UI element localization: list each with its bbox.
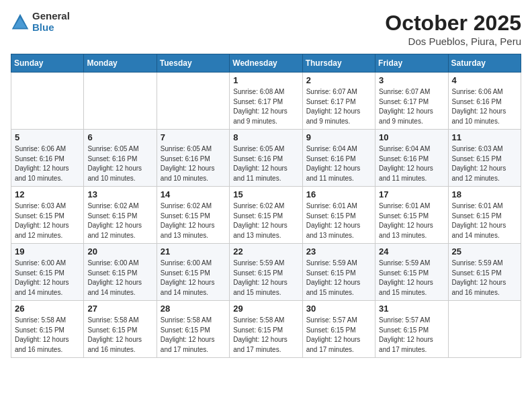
calendar-cell: 31Sunrise: 5:57 AM Sunset: 6:15 PM Dayli… — [375, 301, 448, 358]
calendar-cell: 3Sunrise: 6:07 AM Sunset: 6:17 PM Daylig… — [375, 73, 448, 130]
day-number: 21 — [161, 246, 226, 257]
calendar-cell — [157, 73, 229, 130]
location: Dos Pueblos, Piura, Peru — [385, 36, 521, 47]
calendar-cell: 5Sunrise: 6:06 AM Sunset: 6:16 PM Daylig… — [11, 130, 84, 187]
day-number: 3 — [379, 75, 444, 85]
calendar-cell: 16Sunrise: 6:01 AM Sunset: 6:15 PM Dayli… — [302, 187, 375, 244]
day-info: Sunrise: 6:00 AM Sunset: 6:15 PM Dayligh… — [161, 259, 226, 298]
day-number: 16 — [306, 189, 371, 199]
calendar-week-row: 26Sunrise: 5:58 AM Sunset: 6:15 PM Dayli… — [11, 301, 521, 358]
day-number: 9 — [306, 132, 371, 142]
day-number: 5 — [15, 132, 80, 142]
logo-line1: General — [32, 11, 70, 22]
calendar-week-row: 1Sunrise: 6:08 AM Sunset: 6:17 PM Daylig… — [11, 73, 521, 130]
day-info: Sunrise: 6:04 AM Sunset: 6:16 PM Dayligh… — [306, 144, 371, 183]
day-number: 10 — [379, 132, 444, 142]
day-number: 17 — [379, 189, 444, 199]
calendar-cell: 20Sunrise: 6:00 AM Sunset: 6:15 PM Dayli… — [84, 244, 157, 301]
day-info: Sunrise: 6:03 AM Sunset: 6:15 PM Dayligh… — [452, 144, 517, 183]
calendar-cell: 13Sunrise: 6:02 AM Sunset: 6:15 PM Dayli… — [84, 187, 157, 244]
calendar: SundayMondayTuesdayWednesdayThursdayFrid… — [11, 54, 521, 358]
weekday-header: Thursday — [302, 54, 375, 73]
calendar-cell: 21Sunrise: 6:00 AM Sunset: 6:15 PM Dayli… — [157, 244, 229, 301]
calendar-cell: 4Sunrise: 6:06 AM Sunset: 6:16 PM Daylig… — [448, 73, 521, 130]
header: General Blue October 2025 Dos Pueblos, P… — [11, 11, 521, 47]
day-info: Sunrise: 5:59 AM Sunset: 6:15 PM Dayligh… — [379, 259, 444, 298]
day-info: Sunrise: 5:58 AM Sunset: 6:15 PM Dayligh… — [161, 316, 226, 355]
day-info: Sunrise: 5:57 AM Sunset: 6:15 PM Dayligh… — [379, 316, 444, 355]
day-number: 13 — [87, 189, 152, 199]
day-number: 23 — [306, 246, 371, 257]
calendar-cell: 30Sunrise: 5:57 AM Sunset: 6:15 PM Dayli… — [302, 301, 375, 358]
logo: General Blue — [11, 11, 70, 33]
logo-icon — [11, 13, 30, 32]
day-number: 18 — [452, 189, 517, 199]
day-info: Sunrise: 6:02 AM Sunset: 6:15 PM Dayligh… — [87, 201, 152, 240]
day-info: Sunrise: 6:01 AM Sunset: 6:15 PM Dayligh… — [452, 201, 517, 240]
day-info: Sunrise: 6:04 AM Sunset: 6:16 PM Dayligh… — [379, 144, 444, 183]
calendar-cell: 8Sunrise: 6:05 AM Sunset: 6:16 PM Daylig… — [230, 130, 302, 187]
day-info: Sunrise: 6:07 AM Sunset: 6:17 PM Dayligh… — [379, 87, 444, 126]
day-number: 14 — [161, 189, 226, 199]
weekday-header: Tuesday — [157, 54, 229, 73]
calendar-cell: 10Sunrise: 6:04 AM Sunset: 6:16 PM Dayli… — [375, 130, 448, 187]
day-number: 15 — [233, 189, 298, 199]
calendar-week-row: 19Sunrise: 6:00 AM Sunset: 6:15 PM Dayli… — [11, 244, 521, 301]
day-info: Sunrise: 6:00 AM Sunset: 6:15 PM Dayligh… — [87, 259, 152, 298]
day-number: 1 — [233, 75, 298, 85]
weekday-header: Sunday — [11, 54, 84, 73]
day-info: Sunrise: 5:59 AM Sunset: 6:15 PM Dayligh… — [233, 259, 298, 298]
day-number: 8 — [233, 132, 298, 142]
logo-text: General Blue — [32, 11, 70, 33]
day-number: 11 — [452, 132, 517, 142]
day-info: Sunrise: 5:59 AM Sunset: 6:15 PM Dayligh… — [452, 259, 517, 298]
day-number: 24 — [379, 246, 444, 257]
day-info: Sunrise: 6:05 AM Sunset: 6:16 PM Dayligh… — [87, 144, 152, 183]
calendar-cell: 23Sunrise: 5:59 AM Sunset: 6:15 PM Dayli… — [302, 244, 375, 301]
calendar-cell: 26Sunrise: 5:58 AM Sunset: 6:15 PM Dayli… — [11, 301, 84, 358]
day-number: 7 — [161, 132, 226, 142]
day-number: 28 — [161, 304, 226, 314]
day-info: Sunrise: 6:03 AM Sunset: 6:15 PM Dayligh… — [15, 201, 80, 240]
logo-line2: Blue — [32, 22, 70, 34]
calendar-cell: 29Sunrise: 5:58 AM Sunset: 6:15 PM Dayli… — [230, 301, 302, 358]
day-number: 19 — [15, 246, 80, 257]
weekday-header-row: SundayMondayTuesdayWednesdayThursdayFrid… — [11, 54, 521, 73]
calendar-cell: 22Sunrise: 5:59 AM Sunset: 6:15 PM Dayli… — [230, 244, 302, 301]
day-info: Sunrise: 5:57 AM Sunset: 6:15 PM Dayligh… — [306, 316, 371, 355]
calendar-cell: 28Sunrise: 5:58 AM Sunset: 6:15 PM Dayli… — [157, 301, 229, 358]
calendar-cell: 19Sunrise: 6:00 AM Sunset: 6:15 PM Dayli… — [11, 244, 84, 301]
day-info: Sunrise: 6:05 AM Sunset: 6:16 PM Dayligh… — [233, 144, 298, 183]
day-info: Sunrise: 5:59 AM Sunset: 6:15 PM Dayligh… — [306, 259, 371, 298]
calendar-cell: 14Sunrise: 6:02 AM Sunset: 6:15 PM Dayli… — [157, 187, 229, 244]
calendar-cell: 17Sunrise: 6:01 AM Sunset: 6:15 PM Dayli… — [375, 187, 448, 244]
day-info: Sunrise: 6:01 AM Sunset: 6:15 PM Dayligh… — [379, 201, 444, 240]
day-number: 2 — [306, 75, 371, 85]
day-number: 27 — [87, 304, 152, 314]
day-info: Sunrise: 6:06 AM Sunset: 6:16 PM Dayligh… — [452, 87, 517, 126]
day-number: 31 — [379, 304, 444, 314]
day-number: 26 — [15, 304, 80, 314]
day-number: 4 — [452, 75, 517, 85]
calendar-week-row: 12Sunrise: 6:03 AM Sunset: 6:15 PM Dayli… — [11, 187, 521, 244]
day-info: Sunrise: 6:08 AM Sunset: 6:17 PM Dayligh… — [233, 87, 298, 126]
day-number: 12 — [15, 189, 80, 199]
day-number: 29 — [233, 304, 298, 314]
calendar-cell: 25Sunrise: 5:59 AM Sunset: 6:15 PM Dayli… — [448, 244, 521, 301]
day-number: 25 — [452, 246, 517, 257]
calendar-cell: 11Sunrise: 6:03 AM Sunset: 6:15 PM Dayli… — [448, 130, 521, 187]
calendar-cell — [448, 301, 521, 358]
calendar-cell: 12Sunrise: 6:03 AM Sunset: 6:15 PM Dayli… — [11, 187, 84, 244]
day-info: Sunrise: 6:02 AM Sunset: 6:15 PM Dayligh… — [161, 201, 226, 240]
weekday-header: Saturday — [448, 54, 521, 73]
day-info: Sunrise: 6:07 AM Sunset: 6:17 PM Dayligh… — [306, 87, 371, 126]
calendar-cell — [11, 73, 84, 130]
month-title: October 2025 — [385, 11, 521, 36]
title-area: October 2025 Dos Pueblos, Piura, Peru — [385, 11, 521, 47]
weekday-header: Wednesday — [230, 54, 302, 73]
calendar-cell: 18Sunrise: 6:01 AM Sunset: 6:15 PM Dayli… — [448, 187, 521, 244]
calendar-cell: 1Sunrise: 6:08 AM Sunset: 6:17 PM Daylig… — [230, 73, 302, 130]
calendar-cell: 6Sunrise: 6:05 AM Sunset: 6:16 PM Daylig… — [84, 130, 157, 187]
day-info: Sunrise: 6:00 AM Sunset: 6:15 PM Dayligh… — [15, 259, 80, 298]
day-info: Sunrise: 6:06 AM Sunset: 6:16 PM Dayligh… — [15, 144, 80, 183]
